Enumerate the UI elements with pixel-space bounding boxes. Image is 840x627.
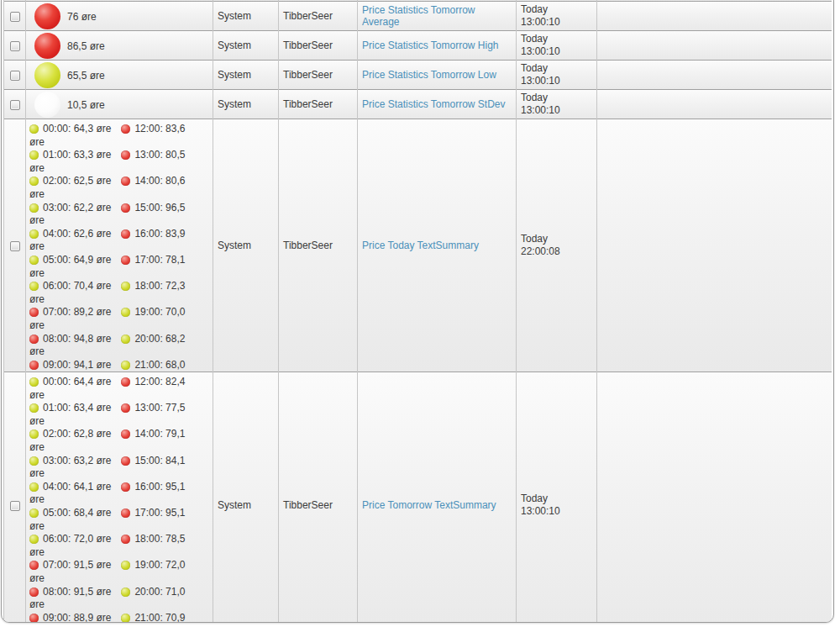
empty-cell (597, 2, 832, 31)
wrapped-unit-text: øre (29, 240, 209, 254)
price-level-dot-yellow (121, 308, 130, 317)
status-cell: 00:00: 64,3 øre12:00: 83,6øre01:00: 63,3… (26, 119, 213, 372)
wrapped-unit-text: øre (29, 267, 209, 281)
hour-price-text: 16:00: 95,1 (134, 481, 185, 493)
yellow-ball-icon (34, 62, 60, 88)
row-checkbox[interactable] (10, 501, 20, 511)
hour-price-text: 05:00: 64,9 øre (43, 254, 111, 266)
empty-cell (597, 372, 832, 624)
hour-price-text: 20:00: 71,0 (134, 586, 185, 598)
hour-price-text: 07:00: 89,2 øre (43, 306, 111, 318)
device-id-cell: TibberSeer (279, 61, 358, 90)
hour-price-pair: 03:00: 63,2 øre15:00: 84,1øre (29, 455, 209, 481)
checkbox-cell (4, 31, 26, 61)
device-name-link[interactable]: Price Statistics Tomorrow High (362, 40, 499, 51)
hardware-cell: System (213, 61, 279, 90)
device-row: 76 øreSystemTibberSeerPrice Statistics T… (4, 2, 832, 31)
updated-day: Today (521, 233, 592, 245)
hour-price-text: 19:00: 72,0 (134, 559, 185, 571)
hour-price-pair: 05:00: 64,9 øre17:00: 78,1øre (29, 254, 209, 280)
device-id-cell: TibberSeer (279, 2, 358, 31)
price-level-dot-red (29, 561, 39, 570)
price-level-dot-yellow (121, 282, 130, 291)
hour-price-text: 21:00: 70,9 (134, 612, 185, 623)
price-level-dot-red (29, 308, 39, 317)
hour-price-text: 04:00: 64,1 øre (43, 481, 111, 493)
hour-price-text: 03:00: 63,2 øre (43, 455, 111, 466)
hour-price-text: 02:00: 62,5 øre (43, 175, 111, 187)
wrapped-unit-text: øre (29, 345, 209, 359)
price-level-dot-yellow (121, 614, 130, 623)
hour-price-text: 14:00: 79,1 (134, 428, 185, 440)
hour-price-text: 15:00: 84,1 (134, 455, 185, 466)
updated-cell: Today13:00:10 (517, 372, 597, 624)
hour-price-text: 19:00: 70,0 (134, 306, 185, 318)
hour-price-pair: 00:00: 64,3 øre12:00: 83,6øre (29, 123, 209, 149)
hour-price-text: 00:00: 64,4 øre (43, 376, 111, 387)
row-checkbox[interactable] (10, 100, 20, 110)
price-level-dot-yellow (29, 177, 39, 186)
hour-price-pair: 03:00: 62,2 øre15:00: 96,5øre (29, 202, 209, 228)
hardware-cell: System (213, 119, 279, 372)
price-level-dot-yellow (29, 456, 39, 466)
updated-cell: Today22:00:08 (517, 119, 597, 372)
device-row: 10,5 øreSystemTibberSeerPrice Statistics… (4, 90, 832, 119)
row-checkbox[interactable] (10, 12, 20, 22)
updated-time: 13:00:10 (521, 104, 592, 117)
hour-price-text: 07:00: 91,5 øre (43, 559, 111, 571)
hour-price-text: 01:00: 63,3 øre (43, 149, 111, 161)
price-level-dot-red (121, 150, 130, 160)
row-checkbox[interactable] (10, 241, 20, 251)
device-name-link[interactable]: Price Tomorrow TextSummary (362, 499, 496, 511)
price-level-dot-yellow (29, 377, 39, 387)
wrapped-unit-text: øre (29, 319, 209, 333)
price-level-dot-red (121, 177, 130, 186)
name-cell: Price Statistics Tomorrow High (358, 31, 517, 61)
status-cell: 10,5 øre (26, 90, 213, 119)
device-table-panel: 76 øreSystemTibberSeerPrice Statistics T… (1, 0, 834, 623)
updated-day: Today (521, 62, 592, 75)
hour-price-text: 13:00: 77,5 (134, 402, 185, 414)
device-table: 76 øreSystemTibberSeerPrice Statistics T… (3, 0, 832, 623)
updated-time: 13:00:10 (521, 16, 592, 29)
updated-day: Today (521, 493, 592, 505)
price-level-dot-yellow (121, 587, 130, 597)
hour-price-text: 18:00: 78,5 (134, 533, 185, 545)
row-checkbox[interactable] (10, 41, 20, 51)
wrapped-unit-text: øre (29, 188, 209, 202)
price-level-dot-red (121, 124, 130, 134)
hour-price-pair: 08:00: 91,5 øre20:00: 71,0øre (29, 586, 209, 612)
hour-price-text: 15:00: 96,5 (134, 202, 185, 213)
status-cell: 65,5 øre (26, 61, 213, 90)
row-checkbox[interactable] (10, 71, 20, 81)
price-level-dot-red (121, 203, 130, 213)
hour-price-pair: 04:00: 64,1 øre16:00: 95,1øre (29, 481, 209, 507)
device-name-link[interactable]: Price Statistics Tomorrow Average (362, 4, 475, 28)
checkbox-cell (4, 372, 26, 624)
hour-price-pair: 01:00: 63,3 øre13:00: 80,5øre (29, 149, 209, 175)
hour-price-text: 13:00: 80,5 (134, 149, 185, 161)
wrapped-unit-text: øre (29, 162, 209, 176)
price-level-dot-yellow (29, 535, 39, 544)
hour-price-text: 03:00: 62,2 øre (43, 202, 111, 213)
hour-price-text: 09:00: 94,1 øre (43, 359, 111, 371)
device-value: 65,5 øre (67, 69, 105, 81)
device-value: 86,5 øre (67, 40, 105, 51)
hour-price-pair: 07:00: 91,5 øre19:00: 72,0øre (29, 559, 209, 585)
empty-cell (597, 119, 832, 372)
device-name-link[interactable]: Price Today TextSummary (362, 240, 479, 251)
wrapped-unit-text: øre (29, 493, 209, 507)
price-level-dot-red (121, 508, 130, 518)
hour-price-pair: 01:00: 63,4 øre13:00: 77,5øre (29, 402, 209, 428)
device-name-link[interactable]: Price Statistics Tomorrow StDev (362, 98, 506, 110)
price-level-dot-yellow (29, 508, 39, 518)
wrapped-unit-text: øre (29, 572, 209, 586)
name-cell: Price Tomorrow TextSummary (358, 372, 517, 624)
price-level-dot-yellow (29, 482, 39, 492)
price-level-dot-red (121, 535, 130, 544)
updated-cell: Today13:00:10 (517, 61, 597, 90)
hour-price-pair: 06:00: 72,0 øre18:00: 78,5øre (29, 533, 209, 559)
hour-price-text: 06:00: 70,4 øre (43, 280, 111, 292)
checkbox-cell (4, 61, 26, 90)
device-name-link[interactable]: Price Statistics Tomorrow Low (362, 69, 496, 81)
